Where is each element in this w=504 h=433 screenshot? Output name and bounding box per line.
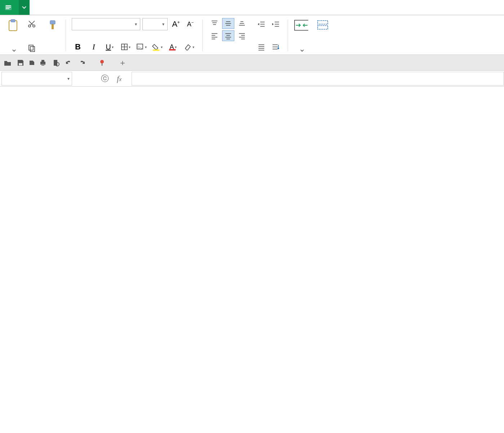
merge-group[interactable] [292,17,310,53]
border-button[interactable]: ▾ [119,41,132,52]
svg-rect-6 [30,47,35,52]
increase-indent-icon[interactable] [270,19,282,30]
ribbon: ▾ ▾ A+ A− B I U▾ ▾ ▾ ▾ A▾ ▾ [0,15,504,55]
eraser-button[interactable]: ▾ [183,41,195,52]
italic-button[interactable]: I [88,41,100,52]
svg-rect-11 [153,49,159,51]
app-badge [0,0,19,15]
redo-icon[interactable] [76,57,87,68]
align-left-icon[interactable] [208,30,221,41]
fill-pattern-button[interactable]: ▾ [135,41,147,52]
orientation-icon[interactable] [270,41,282,52]
align-middle-icon[interactable] [222,18,234,29]
quick-access-bar: ＋ [0,55,504,71]
increase-font-icon[interactable]: A+ [170,19,182,30]
formula-input[interactable] [132,72,504,86]
justify-icon[interactable] [255,41,268,52]
trace-icon[interactable]: ⓒ [101,73,109,84]
undo-icon[interactable] [63,57,74,68]
decrease-font-icon[interactable]: A− [184,19,196,30]
brush-icon [45,18,60,32]
copy-button[interactable] [27,44,38,52]
alignment-group [206,17,250,53]
formula-bar: ▾ ⓒ fx [0,71,504,87]
font-size-combo[interactable]: ▾ [142,18,168,30]
new-tab-button[interactable]: ＋ [117,57,128,69]
chevron-down-icon [12,49,16,52]
font-name-combo[interactable]: ▾ [72,18,140,30]
svg-rect-15 [318,26,328,29]
svg-rect-14 [318,21,328,24]
cut-button[interactable] [27,19,38,28]
align-bottom-icon[interactable] [236,18,248,29]
svg-rect-19 [41,64,44,66]
indent-group [253,17,284,53]
wps-logo-icon [4,4,12,12]
underline-button[interactable]: U▾ [103,41,116,52]
svg-rect-16 [19,63,22,65]
app-menu-dropdown[interactable] [19,0,30,15]
align-center-icon[interactable] [222,30,234,41]
paste-button[interactable] [10,49,16,52]
paste-group [4,17,22,53]
align-top-icon[interactable] [208,18,221,29]
font-color-button[interactable]: A▾ [167,41,179,52]
merge-center-icon [294,18,308,32]
chevron-down-icon [300,49,304,52]
copy-icon [27,44,36,52]
svg-rect-2 [11,19,15,22]
svg-rect-18 [41,60,44,62]
align-right-icon[interactable] [236,30,248,41]
fx-icon[interactable]: fx [117,74,121,83]
name-box[interactable]: ▾ [1,72,72,86]
decrease-indent-icon[interactable] [255,19,268,30]
font-group: ▾ ▾ A+ A− B I U▾ ▾ ▾ ▾ A▾ ▾ [70,17,199,53]
bold-button[interactable]: B [72,41,84,52]
print-icon[interactable] [37,57,48,68]
pin-icon[interactable] [97,57,107,68]
format-painter-group[interactable] [43,17,62,53]
chevron-down-icon [22,5,26,10]
export-pdf-icon[interactable] [28,57,35,68]
wrap-text-icon [315,18,330,32]
wrap-group[interactable] [313,17,332,53]
svg-rect-10 [137,44,143,49]
print-preview-icon[interactable] [50,57,61,68]
clipboard-group [25,17,40,53]
open-icon[interactable] [2,57,13,68]
save-icon[interactable] [15,57,26,68]
svg-rect-12 [169,49,176,51]
fill-color-button[interactable]: ▾ [151,41,163,52]
svg-rect-5 [29,45,33,50]
svg-rect-7 [50,21,55,24]
svg-point-21 [100,60,104,64]
paste-icon[interactable] [6,18,20,32]
scissors-icon [27,19,36,28]
svg-rect-8 [52,24,54,29]
